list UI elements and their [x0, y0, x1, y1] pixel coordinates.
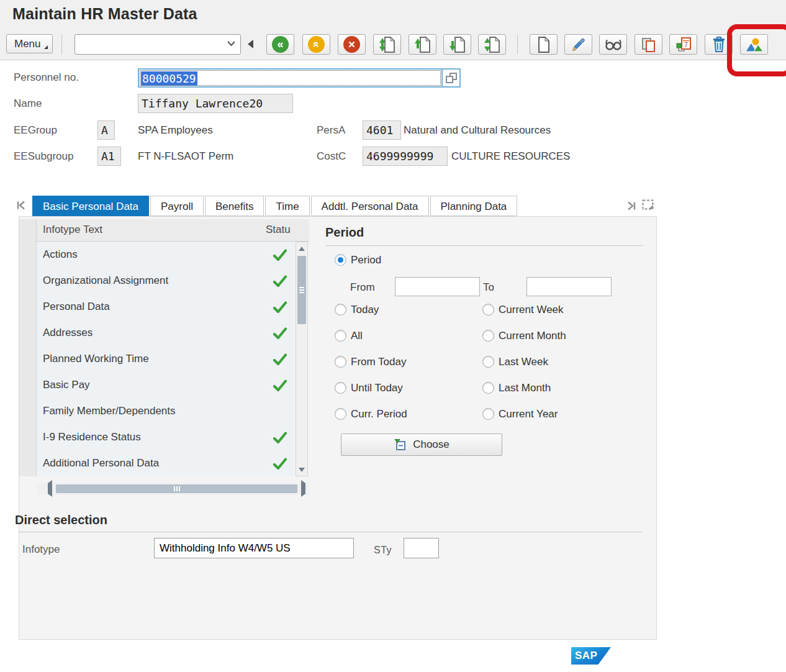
direct-selection-heading: Direct selection [15, 513, 107, 527]
scroll-left-icon[interactable] [48, 483, 52, 494]
infotype-row[interactable]: Organizational Assignment [37, 268, 295, 294]
infotype-row[interactable]: Actions [37, 242, 295, 268]
radio-button[interactable] [482, 408, 494, 420]
infotype-row[interactable]: Personal Data [37, 294, 295, 320]
infotype-row[interactable]: Planned Working Time [37, 346, 295, 372]
next-page-button[interactable] [443, 34, 471, 55]
tab[interactable]: Addtl. Personal Data [311, 196, 429, 216]
copy-button[interactable] [635, 34, 662, 55]
tab[interactable]: Time [265, 196, 309, 216]
eegroup-code-field: A [97, 120, 115, 140]
column-header-status[interactable]: Statu [266, 224, 291, 236]
cancel-button[interactable]: ✕ [338, 34, 366, 55]
tab[interactable]: Planning Data [430, 196, 518, 216]
infotype-row[interactable]: Family Member/Dependents [37, 398, 295, 424]
infotype-table: Infotype Text Statu Actions Organization… [19, 219, 309, 496]
horizontal-scrollbar[interactable] [37, 483, 309, 495]
change-button[interactable] [564, 34, 592, 55]
back-icon: « [272, 36, 289, 53]
radio-button[interactable] [482, 330, 494, 342]
infotype-row[interactable]: Additional Personal Data [37, 450, 295, 476]
last-page-button[interactable] [478, 34, 506, 55]
tab[interactable]: Payroll [150, 196, 204, 216]
radio-button[interactable] [482, 382, 494, 394]
infotype-row[interactable]: Basic Pay [37, 372, 295, 398]
back-button[interactable]: « [266, 34, 294, 55]
period-option: Today [335, 304, 407, 316]
eegroup-text: SPA Employees [138, 124, 213, 137]
tab[interactable]: Benefits [205, 196, 264, 216]
vertical-scrollbar[interactable] [296, 242, 308, 476]
from-date-input[interactable] [395, 277, 480, 296]
eegroup-code: A [101, 124, 108, 137]
radio-button[interactable] [335, 382, 346, 394]
subtype-input[interactable] [404, 538, 439, 558]
overview-button[interactable] [740, 34, 768, 55]
period-divider [325, 245, 643, 246]
radio-button[interactable] [482, 356, 494, 368]
period-option: All [335, 330, 407, 342]
delete-button[interactable] [705, 34, 733, 55]
status-check-icon [273, 327, 287, 339]
exit-button[interactable]: « [302, 34, 330, 55]
chevron-down-icon[interactable] [227, 41, 235, 47]
title-bar: Maintain HR Master Data [0, 0, 786, 30]
status-check-icon [273, 353, 287, 365]
radio-button[interactable] [335, 408, 346, 420]
infotype-text: Basic Pay [43, 379, 90, 391]
row-selector-gutter[interactable] [19, 219, 37, 476]
page-title: Maintain HR Master Data [12, 5, 197, 23]
menu-button-label: Menu [14, 38, 41, 50]
first-page-button[interactable] [373, 34, 401, 55]
status-check-icon [273, 379, 287, 391]
radio-label: Curr. Period [351, 408, 407, 420]
delimit-calendar-icon: 7 [675, 36, 692, 53]
personnel-no-field[interactable]: 80000529 [138, 68, 443, 88]
previous-page-button[interactable] [409, 34, 436, 55]
radio-button[interactable] [335, 304, 346, 316]
infotype-row[interactable]: I-9 Residence Status [37, 424, 295, 450]
pencil-icon [571, 37, 587, 53]
last-page-icon [484, 36, 501, 53]
toolbar-separator [517, 35, 518, 54]
infotype-input[interactable] [154, 538, 354, 558]
collapse-toolbar-icon[interactable] [248, 40, 253, 48]
choose-button[interactable]: Choose [341, 434, 502, 456]
scroll-tabs-first-icon[interactable] [16, 201, 26, 212]
status-check-icon [273, 432, 287, 443]
scroll-right-icon[interactable] [301, 483, 305, 494]
status-check-icon [273, 301, 287, 313]
create-button[interactable] [530, 34, 558, 55]
persa-code: 4601 [366, 124, 393, 137]
tab-label: Time [276, 201, 299, 212]
period-option: From Today [335, 356, 407, 368]
period-radio-selected[interactable] [335, 254, 346, 266]
radio-button[interactable] [482, 304, 494, 316]
radio-label: Current Year [499, 408, 558, 420]
glasses-icon [604, 38, 623, 52]
status-check-icon [273, 275, 287, 287]
tab-label: Planning Data [441, 201, 507, 212]
infotype-row[interactable]: Addresses [37, 320, 295, 346]
scroll-tabs-last-icon[interactable] [626, 201, 636, 213]
column-header-infotype-text[interactable]: Infotype Text [43, 224, 102, 236]
vertical-scroll-thumb[interactable] [297, 256, 306, 324]
menu-button[interactable]: Menu [6, 34, 53, 53]
command-input[interactable] [78, 36, 223, 53]
radio-button[interactable] [335, 356, 346, 368]
display-button[interactable] [599, 34, 627, 55]
infotype-text: Organizational Assignment [43, 275, 168, 287]
delimit-button[interactable]: 7 [669, 34, 697, 55]
scroll-down-icon[interactable] [296, 464, 307, 475]
next-page-icon [449, 36, 466, 53]
cancel-icon: ✕ [343, 36, 360, 53]
scroll-up-icon[interactable] [296, 243, 307, 254]
copy-icon [641, 36, 657, 53]
menu-dropdown-icon [44, 45, 48, 49]
tab[interactable]: Basic Personal Data [32, 196, 149, 216]
multiple-selection-button[interactable] [441, 68, 461, 88]
to-date-input[interactable] [526, 277, 612, 296]
horizontal-scroll-thumb[interactable] [56, 484, 297, 493]
detach-panel-icon[interactable] [642, 199, 654, 213]
radio-button[interactable] [335, 330, 346, 342]
